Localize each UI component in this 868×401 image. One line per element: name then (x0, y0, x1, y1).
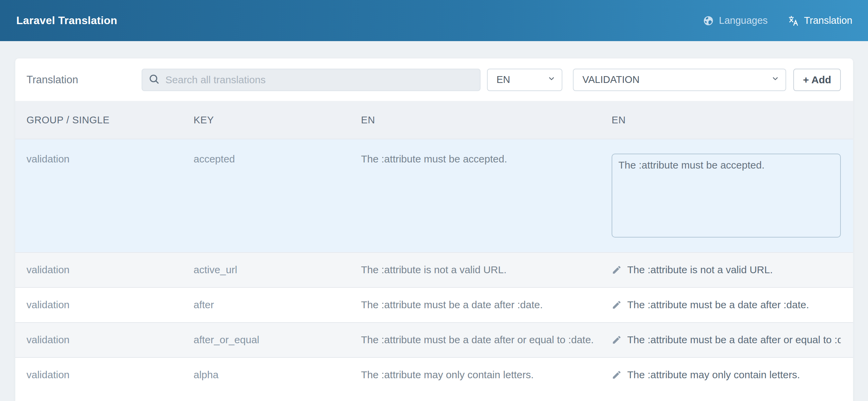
locale-select-value: EN (496, 74, 510, 85)
edit-pencil-icon[interactable] (612, 262, 622, 279)
cell-target: The :attribute must be a date after or e… (612, 332, 841, 349)
search-input[interactable] (165, 74, 474, 86)
navbar-links: Languages Translation (703, 15, 852, 27)
cell-target: The :attribute must be accepted. (612, 152, 841, 244)
globe-icon (703, 15, 714, 26)
group-select[interactable]: VALIDATION (573, 69, 786, 91)
cell-group: validation (26, 152, 194, 244)
cell-source: The :attribute may only contain letters. (361, 367, 612, 384)
column-header-key: KEY (194, 112, 361, 127)
cell-group: validation (26, 332, 194, 349)
cell-target: The :attribute may only contain letters. (612, 367, 841, 384)
search-box[interactable] (142, 69, 481, 91)
cell-source: The :attribute must be accepted. (361, 152, 612, 244)
edit-pencil-icon[interactable] (612, 332, 622, 349)
table-body: validationacceptedThe :attribute must be… (15, 139, 853, 392)
translation-row[interactable]: validationalphaThe :attribute may only c… (15, 357, 853, 392)
cell-key: alpha (194, 367, 361, 384)
cell-group: validation (26, 262, 194, 279)
nav-languages-label: Languages (719, 15, 768, 26)
locale-select[interactable]: EN (487, 69, 562, 91)
translation-row[interactable]: validationafter_or_equalThe :attribute m… (15, 322, 853, 357)
table-header-row: GROUP / SINGLE KEY EN EN (15, 101, 853, 139)
translation-row[interactable]: validationactive_urlThe :attribute is no… (15, 252, 853, 287)
edit-pencil-icon[interactable] (612, 367, 622, 384)
cell-group: validation (26, 367, 194, 384)
app-brand[interactable]: Laravel Translation (16, 14, 117, 27)
column-header-target: EN (612, 112, 841, 127)
cell-key: after (194, 297, 361, 314)
translation-text: The :attribute is not a valid URL. (627, 262, 773, 279)
content-card: Translation EN VALIDATION (15, 58, 853, 401)
translation-text: The :attribute must be a date after :dat… (627, 297, 809, 314)
translation-text: The :attribute must be a date after or e… (627, 332, 841, 349)
cell-source: The :attribute is not a valid URL. (361, 262, 612, 279)
nav-translation-label: Translation (804, 15, 852, 26)
chevron-down-icon (771, 74, 780, 86)
translate-icon (788, 15, 799, 27)
chevron-down-icon (547, 74, 556, 86)
toolbar: Translation EN VALIDATION (15, 58, 853, 101)
cell-source: The :attribute must be a date after :dat… (361, 297, 612, 314)
cell-key: after_or_equal (194, 332, 361, 349)
group-select-value: VALIDATION (582, 74, 639, 85)
translation-row[interactable]: validationacceptedThe :attribute must be… (15, 139, 853, 252)
navbar: Laravel Translation Languages (0, 0, 868, 41)
translation-editor[interactable]: The :attribute must be accepted. (612, 154, 841, 238)
cell-group: validation (26, 297, 194, 314)
search-icon (148, 73, 160, 86)
page-title: Translation (26, 74, 142, 86)
cell-key: active_url (194, 262, 361, 279)
column-header-group: GROUP / SINGLE (26, 112, 194, 127)
translation-row[interactable]: validationafterThe :attribute must be a … (15, 287, 853, 322)
cell-target: The :attribute is not a valid URL. (612, 262, 841, 279)
column-header-source: EN (361, 112, 612, 127)
translation-text: The :attribute may only contain letters. (627, 367, 800, 384)
cell-key: accepted (194, 152, 361, 244)
nav-item-languages[interactable]: Languages (703, 15, 768, 26)
cell-target: The :attribute must be a date after :dat… (612, 297, 841, 314)
nav-item-translation[interactable]: Translation (788, 15, 852, 27)
cell-source: The :attribute must be a date after or e… (361, 332, 612, 349)
add-button[interactable]: + Add (793, 69, 841, 91)
edit-pencil-icon[interactable] (612, 297, 622, 314)
